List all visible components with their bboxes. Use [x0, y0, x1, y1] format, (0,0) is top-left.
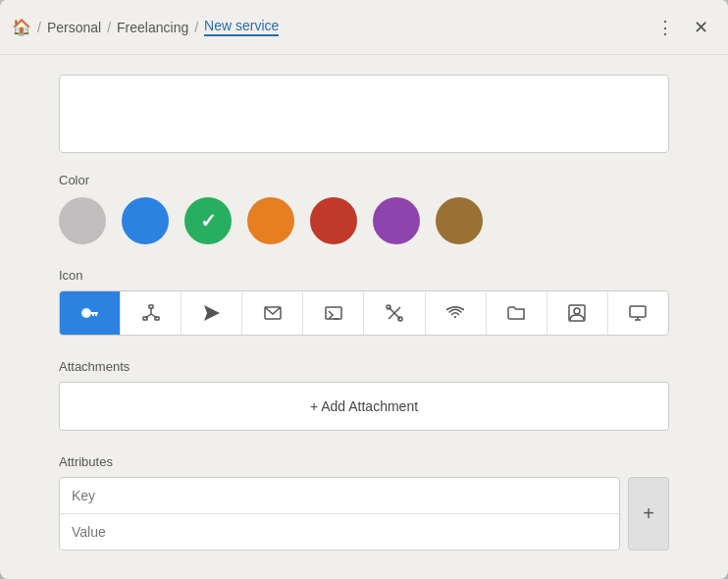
- svg-rect-13: [326, 307, 341, 319]
- tools-icon-btn[interactable]: [364, 291, 425, 335]
- network-icon-btn[interactable]: [121, 291, 182, 335]
- key-icon-btn[interactable]: [60, 291, 121, 335]
- breadcrumb-sep-3: /: [194, 20, 198, 35]
- home-icon[interactable]: 🏠: [12, 18, 31, 36]
- wifi-icon-btn[interactable]: [426, 291, 487, 335]
- attachments-label: Attachments: [59, 359, 669, 374]
- breadcrumb-sep-1: /: [37, 20, 41, 35]
- attributes-label: Attributes: [59, 454, 669, 469]
- titlebar-actions: ⋮ ✕: [650, 12, 716, 43]
- color-purple[interactable]: [373, 197, 420, 244]
- color-brown[interactable]: [436, 197, 483, 244]
- icon-label: Icon: [59, 268, 669, 283]
- color-row: ✓: [59, 197, 669, 244]
- display-icon-btn[interactable]: [608, 291, 668, 335]
- content-area: Color ✓ Icon: [0, 55, 728, 579]
- attributes-inputs: [59, 477, 620, 551]
- description-textarea[interactable]: [60, 76, 668, 152]
- svg-rect-21: [630, 306, 646, 317]
- svg-marker-11: [204, 305, 220, 321]
- value-input[interactable]: [60, 514, 619, 550]
- svg-line-10: [151, 314, 157, 318]
- breadcrumb-personal[interactable]: Personal: [47, 20, 101, 35]
- send-icon-btn[interactable]: [182, 291, 242, 335]
- folder-icon-btn[interactable]: [487, 291, 547, 335]
- breadcrumb: 🏠 / Personal / Freelancing / New service: [12, 18, 646, 36]
- add-attribute-button[interactable]: +: [628, 477, 669, 551]
- svg-rect-2: [90, 312, 98, 314]
- key-input[interactable]: [60, 478, 619, 514]
- terminal-icon-btn[interactable]: [303, 291, 364, 335]
- more-button[interactable]: ⋮: [650, 12, 681, 43]
- close-button[interactable]: ✕: [685, 12, 716, 43]
- svg-rect-4: [92, 314, 94, 316]
- svg-line-9: [145, 314, 151, 318]
- color-blue[interactable]: [122, 197, 169, 244]
- color-label: Color: [59, 173, 669, 187]
- svg-rect-5: [149, 305, 153, 308]
- breadcrumb-sep-2: /: [107, 20, 111, 35]
- description-textarea-box: [59, 75, 669, 153]
- color-gray[interactable]: [59, 197, 106, 244]
- color-red[interactable]: [310, 197, 357, 244]
- titlebar: 🏠 / Personal / Freelancing / New service…: [0, 0, 728, 55]
- mail-icon-btn[interactable]: [242, 291, 303, 335]
- breadcrumb-freelancing[interactable]: Freelancing: [117, 20, 188, 35]
- attributes-row: +: [59, 477, 669, 551]
- svg-rect-3: [95, 314, 97, 316]
- color-green[interactable]: ✓: [184, 197, 232, 244]
- color-orange[interactable]: [247, 197, 294, 244]
- add-attachment-button[interactable]: + Add Attachment: [59, 382, 669, 431]
- selected-check: ✓: [200, 209, 217, 233]
- icon-row: [59, 290, 669, 336]
- person-icon-btn[interactable]: [547, 291, 608, 335]
- svg-point-1: [83, 311, 88, 316]
- main-window: 🏠 / Personal / Freelancing / New service…: [0, 0, 728, 579]
- svg-point-20: [574, 308, 580, 314]
- breadcrumb-current: New service: [204, 18, 279, 36]
